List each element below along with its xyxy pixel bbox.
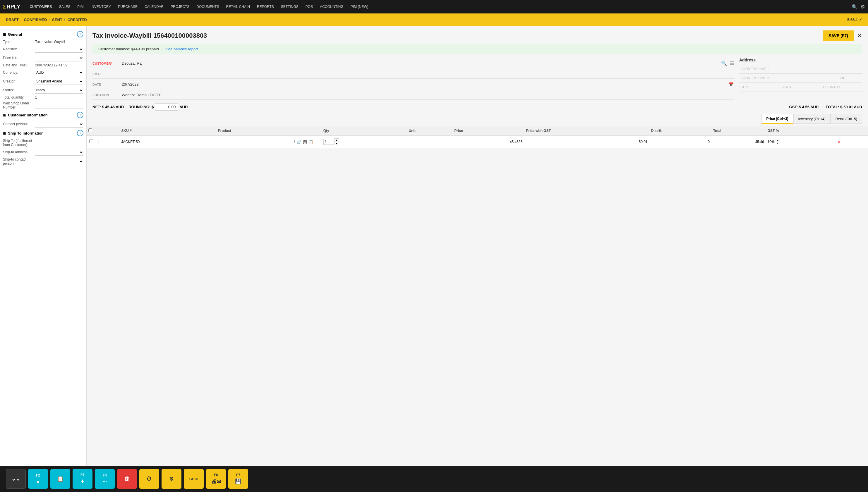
select-all-checkbox[interactable]	[88, 128, 92, 132]
workflow-sent[interactable]: SENT ›	[52, 18, 65, 22]
rounding-area: ROUNDING: $ AUD	[128, 103, 188, 110]
address-city-field[interactable]: CITY	[739, 83, 779, 92]
logo[interactable]: ΣRPLY	[3, 4, 20, 10]
price-tab-inventory[interactable]: Inventory (Ctrl+4)	[793, 114, 830, 124]
row-total: 45.46	[712, 136, 766, 148]
gst-up-button[interactable]: ▲	[776, 139, 780, 142]
customer-input[interactable]	[122, 61, 721, 66]
search-icon[interactable]: 🔍	[852, 4, 858, 10]
address-country-field[interactable]: COUNTRY	[822, 83, 862, 92]
nav-purchase[interactable]: PURCHASE	[115, 0, 141, 14]
nav-calendar[interactable]: CALENDAR	[141, 0, 167, 14]
nav-accounting[interactable]: ACCOUNTING	[316, 0, 347, 14]
webshop-label: Web Shop Order Number:	[3, 101, 35, 109]
close-button[interactable]: ✕	[857, 30, 862, 41]
workflow-confirmed[interactable]: CONFIRMED ›	[24, 18, 50, 22]
totals-left: NET: $ 45.46 AUD ROUNDING: $ AUD	[93, 103, 188, 110]
header-total: Total	[712, 126, 766, 136]
email-field-label: EMAIL	[93, 72, 122, 76]
header-sku: SKU #	[120, 126, 216, 136]
nav-customers[interactable]: CUSTOMERS	[26, 0, 55, 14]
row-qty: ▲ ▼	[322, 136, 407, 148]
address-state-field[interactable]: STATE	[780, 83, 821, 92]
status-select[interactable]: ready	[35, 87, 83, 94]
contact-select[interactable]	[35, 121, 83, 127]
qty-up-button[interactable]: ▲	[335, 138, 339, 142]
location-field-row: LOCATION	[93, 90, 734, 100]
location-input[interactable]	[122, 93, 734, 97]
nav-projects[interactable]: PROJECTS	[167, 0, 193, 14]
address-zip-field[interactable]: ZIP	[839, 74, 862, 83]
row-checkbox[interactable]	[89, 140, 93, 143]
header-product: Product	[216, 126, 292, 136]
cart-icon[interactable]: 🛒	[297, 140, 302, 144]
creator-select[interactable]: Shashant Anand	[35, 78, 83, 85]
address-line1-field[interactable]: ADDRESS LINE 1 ⌄	[739, 65, 862, 74]
nav-settings[interactable]: SETTINGS	[278, 0, 302, 14]
grand-total: TOTAL: $ 50.01 AUD	[825, 105, 862, 109]
nav-retail-chain[interactable]: RETAIL CHAIN	[223, 0, 254, 14]
customer-info-add-button[interactable]: +	[77, 112, 83, 118]
general-add-button[interactable]: +	[77, 31, 83, 38]
nav-pim-new[interactable]: PIM (NEW)	[347, 0, 372, 14]
delete-row-button[interactable]: ✕	[837, 139, 841, 145]
customer-detail-icon[interactable]: ☰	[729, 60, 734, 67]
ship-address-label: Ship-to address:	[3, 150, 35, 154]
qty-value: 1	[35, 95, 37, 99]
price-tab-price[interactable]: Price (Ctrl+3)	[762, 114, 793, 124]
currency-select[interactable]: AUD	[35, 69, 83, 76]
webshop-input[interactable]	[35, 102, 83, 109]
nav-documents[interactable]: DOCUMENTS	[193, 0, 222, 14]
header-gst-pct: GST %	[766, 126, 836, 136]
ship-contact-select[interactable]	[35, 158, 83, 165]
ship-to-input[interactable]	[35, 139, 83, 146]
gst-down-button[interactable]: ▼	[776, 142, 780, 145]
chevron-icon: ›	[64, 18, 65, 21]
header-price: Price	[453, 126, 525, 136]
qty-down-button[interactable]: ▼	[335, 142, 339, 145]
chevron-icon: ›	[49, 18, 50, 21]
save-button[interactable]: SAVE (F7)	[823, 30, 854, 41]
type-value: Tax Invoice-Waybill	[35, 40, 65, 44]
qty-input[interactable]	[323, 139, 334, 145]
calendar-icon[interactable]: 📅	[727, 81, 734, 88]
address-line1-placeholder: ADDRESS LINE 1	[741, 67, 769, 71]
nav-sales[interactable]: SALES	[56, 0, 74, 14]
nav-pos[interactable]: POS	[302, 0, 316, 14]
ship-to-field-row: Ship To (if different from Customer):	[3, 139, 83, 147]
balance-link[interactable]: See balance report	[166, 47, 198, 51]
workflow-draft[interactable]: DRAFT ›	[6, 18, 22, 22]
currency-field-row: Currency: AUD	[3, 69, 83, 76]
doc-title: Tax Invoice-Waybill 156400100003803	[93, 32, 207, 40]
form-left: CUSTOMER* 🔍 ☰ EMAIL DATE 📅	[93, 58, 734, 100]
nav-inventory[interactable]: INVENTORY	[87, 0, 115, 14]
gst-value: 10%	[768, 140, 775, 144]
nav-pim[interactable]: PIM	[74, 0, 87, 14]
items-table: SKU # Product Qty Unit Price Price with …	[87, 126, 868, 148]
address-title: Address	[739, 58, 862, 62]
email-field-row: EMAIL	[93, 69, 734, 79]
date-input[interactable]	[122, 82, 727, 87]
workflow-credited[interactable]: CREDITED	[67, 18, 87, 22]
price-tab-retail[interactable]: Retail (Ctrl+5)	[830, 114, 862, 124]
nav-reports[interactable]: REPORTS	[254, 0, 278, 14]
register-select[interactable]	[35, 46, 83, 53]
pricelist-select[interactable]	[35, 54, 83, 62]
info-icon[interactable]: ℹ	[294, 140, 295, 144]
ship-address-select[interactable]	[35, 149, 83, 156]
header-price-gst: Price with GST	[524, 126, 649, 136]
notes-icon[interactable]: 📋	[308, 140, 313, 144]
balance-dot: ·	[162, 47, 163, 51]
webshop-field-row: Web Shop Order Number:	[3, 101, 83, 109]
ship-to-add-button[interactable]: +	[77, 130, 83, 136]
gear-icon[interactable]: ⚙	[860, 3, 865, 10]
address-line2-field[interactable]: ADDRESS LINE 2	[739, 74, 838, 83]
grid-icon-3: ⊞	[3, 131, 6, 136]
customer-search-icon[interactable]: 🔍	[721, 60, 727, 67]
rounding-input[interactable]	[155, 103, 178, 110]
general-section-title: ⊞ General	[3, 32, 22, 36]
gst-total: GST: $ 4.55 AUD	[789, 105, 819, 109]
email-input[interactable]	[122, 72, 734, 76]
content-area: Tax Invoice-Waybill 156400100003803 SAVE…	[87, 26, 868, 466]
image-icon[interactable]: 🖼	[303, 140, 307, 144]
